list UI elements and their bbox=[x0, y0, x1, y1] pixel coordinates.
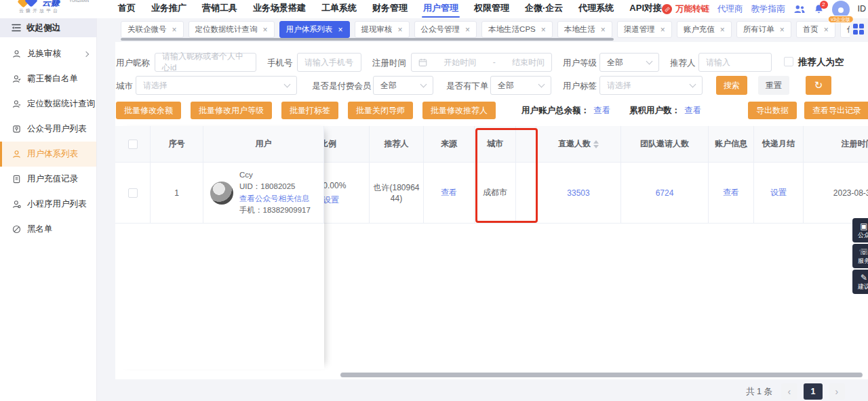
floating-feedback-button[interactable]: ✎ 建议 bbox=[852, 270, 868, 294]
account-view-link[interactable]: 查看 bbox=[723, 187, 739, 198]
level-select[interactable]: 全部 bbox=[599, 53, 659, 72]
close-icon[interactable]: × bbox=[541, 25, 546, 35]
total-users-view-link[interactable]: 查看 bbox=[684, 105, 701, 117]
floating-service-button[interactable]: ☏ 服务 bbox=[852, 244, 868, 268]
paid-member-select[interactable]: 全部 bbox=[373, 76, 433, 95]
sidebar-item-exchange-review[interactable]: 兑换审核 bbox=[0, 41, 96, 66]
topbar-right: 万能转链 代理商 教学指南 2 v3企业版 ID：19882858， 复制 bbox=[662, 1, 868, 18]
close-icon[interactable]: × bbox=[824, 25, 829, 35]
refresh-button[interactable]: ↻ bbox=[806, 76, 831, 95]
logo-tagline: 云赚开放平台 bbox=[19, 7, 60, 14]
express-settings-link[interactable]: 设置 bbox=[770, 187, 787, 198]
tab-overview-grid-icon[interactable] bbox=[853, 24, 864, 35]
tab-location-stats[interactable]: 定位数据统计查询× bbox=[189, 21, 275, 38]
customer-group-icon[interactable] bbox=[793, 4, 806, 14]
rebate-settings-link[interactable]: 设置 bbox=[323, 194, 339, 206]
nav-business-promo[interactable]: 业务推广 bbox=[151, 0, 186, 18]
nav-scene-builder[interactable]: 业务场景搭建 bbox=[253, 0, 306, 18]
tab-user-system-list[interactable]: 用户体系列表× bbox=[279, 21, 350, 38]
nav-user-management[interactable]: 用户管理 bbox=[423, 0, 458, 18]
close-icon[interactable]: × bbox=[172, 25, 177, 35]
tab-scrollbar[interactable] bbox=[121, 38, 614, 41]
row-checkbox[interactable] bbox=[128, 188, 138, 198]
tab-local-life[interactable]: 本地生活× bbox=[557, 21, 612, 38]
team-invites-link[interactable]: 6724 bbox=[656, 188, 674, 198]
level-label: 用户等级 bbox=[563, 58, 597, 69]
pagination: 共 1 条 ‹ 1 › bbox=[746, 383, 845, 400]
sidebar-item-blacklist[interactable]: 黑名单 bbox=[0, 217, 96, 242]
magic-link-label: 万能转链 bbox=[675, 3, 709, 15]
export-data-button[interactable]: 导出数据 bbox=[748, 102, 797, 119]
total-balance-view-link[interactable]: 查看 bbox=[593, 105, 610, 117]
notification-bell-icon[interactable]: 2 bbox=[814, 4, 824, 15]
nav-finance[interactable]: 财务管理 bbox=[372, 0, 408, 18]
user-id-label: ID：19882858， bbox=[858, 3, 868, 15]
nav-ticket-system[interactable]: 工单系统 bbox=[321, 0, 357, 18]
tab-local-life-cps[interactable]: 本地生活CPS× bbox=[481, 21, 553, 38]
search-button[interactable]: 搜索 bbox=[716, 76, 747, 95]
next-page-button[interactable]: › bbox=[829, 383, 845, 400]
user-tag-select[interactable]: 请选择 bbox=[599, 76, 703, 95]
direct-invites-link[interactable]: 33503 bbox=[567, 188, 589, 198]
official-account-info-link[interactable]: 查看公众号相关信息 bbox=[239, 193, 311, 205]
has-order-select[interactable]: 全部 bbox=[490, 76, 551, 95]
batch-edit-level-button[interactable]: 批量修改用户等级 bbox=[191, 102, 272, 119]
close-icon[interactable]: × bbox=[398, 25, 403, 35]
sidebar-item-official-account-users[interactable]: 公众号用户列表 bbox=[0, 117, 96, 142]
floating-official-account-button[interactable]: ▣ 公众 bbox=[852, 218, 868, 242]
nav-home[interactable]: 首页 bbox=[118, 0, 136, 18]
prev-page-button[interactable]: ‹ bbox=[781, 383, 797, 400]
nav-marketing-tools[interactable]: 营销工具 bbox=[202, 0, 237, 18]
sidebar-item-location-stats[interactable]: 定位数据统计查询 bbox=[0, 91, 96, 117]
select-all-checkbox[interactable] bbox=[128, 140, 138, 149]
magic-link-button[interactable]: 万能转链 bbox=[662, 3, 709, 15]
batch-tag-button[interactable]: 批量打标签 bbox=[281, 102, 338, 119]
tab-home[interactable]: 首页× bbox=[796, 21, 835, 38]
close-icon[interactable]: × bbox=[338, 25, 343, 35]
nav-api[interactable]: API对接 bbox=[629, 0, 662, 18]
guide-link[interactable]: 教学指南 bbox=[751, 3, 785, 15]
sidebar-item-miniprogram-users[interactable]: 小程序用户列表 bbox=[0, 192, 96, 217]
nickname-input[interactable]: 请输入昵称或者个人中心id bbox=[155, 53, 256, 72]
app-logo[interactable]: 云赚 YUNZHAN 云赚开放平台 bbox=[18, 0, 104, 18]
tab-account-recharge[interactable]: 账户充值× bbox=[677, 21, 732, 38]
collapse-sidebar-button[interactable]: 收起侧边 bbox=[0, 18, 96, 37]
batch-edit-balance-button[interactable]: 批量修改余额 bbox=[116, 102, 181, 119]
sort-icon[interactable] bbox=[593, 140, 599, 148]
close-icon[interactable]: × bbox=[263, 25, 268, 35]
sidebar-item-whitelist[interactable]: 霸王餐白名单 bbox=[0, 66, 96, 91]
close-icon[interactable]: × bbox=[660, 25, 665, 35]
tab-qiwei-link[interactable]: 关联企微号× bbox=[121, 21, 184, 38]
tab-channel-management[interactable]: 渠道管理× bbox=[617, 21, 672, 38]
source-view-link[interactable]: 查看 bbox=[441, 187, 457, 198]
referrer-input[interactable]: 请输入 bbox=[698, 53, 772, 72]
user-avatar-image[interactable] bbox=[210, 182, 233, 205]
referrer-empty-checkbox[interactable] bbox=[784, 57, 793, 66]
user-icon bbox=[12, 75, 21, 83]
city-select[interactable]: 请选择 bbox=[136, 76, 297, 95]
close-icon[interactable]: × bbox=[465, 25, 470, 35]
tab-all-orders[interactable]: 所有订单× bbox=[736, 21, 791, 38]
close-icon[interactable]: × bbox=[720, 25, 725, 35]
batch-close-mentor-button[interactable]: 批量关闭导师 bbox=[348, 102, 413, 119]
reset-button[interactable]: 重置 bbox=[758, 76, 789, 95]
tab-official-account[interactable]: 公众号管理× bbox=[414, 21, 477, 38]
regtime-range-picker[interactable]: 开始时间 - 结束时间 bbox=[411, 53, 552, 72]
header-direct-invites[interactable]: 直邀人数 bbox=[536, 126, 621, 163]
tab-withdraw-review[interactable]: 提现审核× bbox=[355, 21, 410, 38]
export-history-button[interactable]: 查看导出记录 bbox=[804, 102, 868, 119]
current-page-button[interactable]: 1 bbox=[804, 383, 823, 400]
close-icon[interactable]: × bbox=[601, 25, 606, 35]
phone-input[interactable]: 请输入手机号 bbox=[297, 53, 361, 72]
nav-qiwei-qiyun[interactable]: 企微·企云 bbox=[525, 0, 563, 18]
tab-agent-system[interactable]: 代理系统× bbox=[840, 21, 850, 38]
batch-edit-referrer-button[interactable]: 批量修改推荐人 bbox=[422, 102, 496, 119]
nav-agent-system[interactable]: 代理系统 bbox=[578, 0, 614, 18]
agent-link[interactable]: 代理商 bbox=[717, 3, 743, 15]
table-horizontal-scrollbar[interactable] bbox=[340, 373, 863, 377]
sidebar-item-recharge-records[interactable]: 用户充值记录 bbox=[0, 167, 96, 192]
user-avatar[interactable]: v3企业版 bbox=[832, 1, 850, 18]
close-icon[interactable]: × bbox=[780, 25, 785, 35]
sidebar-item-user-system-list[interactable]: 用户体系列表 bbox=[0, 142, 96, 167]
nav-permissions[interactable]: 权限管理 bbox=[474, 0, 509, 18]
